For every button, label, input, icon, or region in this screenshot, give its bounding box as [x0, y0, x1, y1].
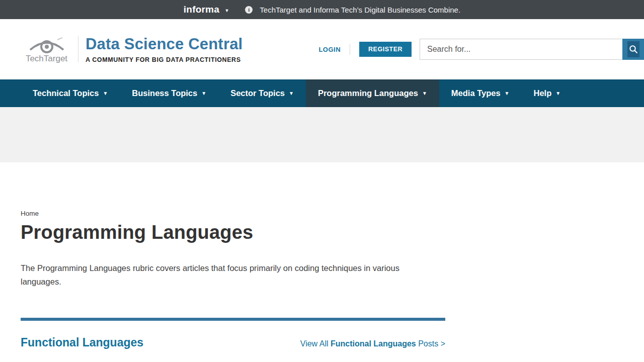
view-all-suffix: Posts >: [416, 339, 445, 348]
nav-label: Programming Languages: [318, 88, 418, 98]
main-nav: Technical Topics ▼ Business Topics ▼ Sec…: [0, 79, 644, 107]
section-header-row: Functional Languages View All Functional…: [21, 336, 445, 349]
section-divider: [21, 318, 445, 321]
header-actions: LOGIN REGISTER: [318, 19, 644, 79]
main-content: Home Programming Languages The Programmi…: [0, 162, 644, 349]
informa-brand[interactable]: informa ▼: [184, 4, 229, 15]
nav-item-help[interactable]: Help ▼: [522, 79, 573, 107]
view-all-link[interactable]: View All Functional Languages Posts >: [300, 339, 445, 348]
search-bar: [420, 39, 644, 60]
nav-label: Technical Topics: [33, 88, 99, 98]
nav-label: Business Topics: [132, 88, 197, 98]
nav-label: Help: [534, 88, 552, 98]
header-divider: [78, 36, 78, 62]
nav-item-programming-languages[interactable]: Programming Languages ▼: [306, 79, 439, 107]
site-title-block[interactable]: Data Science Central A COMMUNITY FOR BIG…: [86, 35, 243, 63]
chevron-down-icon: ▼: [103, 90, 108, 96]
register-button[interactable]: REGISTER: [359, 42, 412, 57]
search-button[interactable]: [622, 39, 644, 60]
nav-item-media-types[interactable]: Media Types ▼: [439, 79, 522, 107]
ad-leaderboard-space: [0, 107, 644, 162]
view-all-topic: Functional Languages: [331, 339, 416, 348]
chevron-down-icon: ▼: [505, 90, 510, 96]
view-all-prefix: View All: [300, 339, 331, 348]
nav-label: Sector Topics: [230, 88, 285, 98]
techtarget-logo[interactable]: TechTarget: [20, 35, 73, 64]
informa-topbar: informa ▼ i TechTarget and Informa Tech’…: [0, 0, 644, 19]
nav-item-business-topics[interactable]: Business Topics ▼: [120, 79, 218, 107]
site-header: TechTarget Data Science Central A COMMUN…: [0, 19, 644, 79]
topbar-message[interactable]: TechTarget and Informa Tech’s Digital Bu…: [260, 6, 460, 14]
chevron-down-icon: ▼: [555, 90, 560, 96]
search-icon: [629, 45, 638, 54]
page-title: Programming Languages: [21, 222, 445, 243]
techtarget-eye-icon: [27, 35, 66, 55]
chevron-down-icon: ▼: [289, 90, 294, 96]
chevron-down-icon: ▼: [224, 8, 229, 13]
chevron-down-icon: ▼: [422, 90, 427, 96]
site-title: Data Science Central: [86, 35, 243, 53]
nav-item-technical-topics[interactable]: Technical Topics ▼: [21, 79, 120, 107]
main-column: Home Programming Languages The Programmi…: [21, 162, 445, 349]
informa-logo: informa: [184, 4, 219, 15]
site-tagline: A COMMUNITY FOR BIG DATA PRACTITIONERS: [86, 56, 243, 63]
nav-label: Media Types: [451, 88, 501, 98]
login-separator: [350, 44, 350, 55]
page-description: The Programming Languages rubric covers …: [21, 261, 428, 289]
nav-item-sector-topics[interactable]: Sector Topics ▼: [218, 79, 306, 107]
search-input[interactable]: [420, 39, 622, 60]
breadcrumb[interactable]: Home: [21, 210, 39, 217]
techtarget-logo-text: TechTarget: [26, 54, 67, 64]
chevron-down-icon: ▼: [201, 90, 206, 96]
section-title: Functional Languages: [21, 336, 143, 349]
login-link[interactable]: LOGIN: [318, 46, 341, 53]
info-icon: i: [245, 6, 253, 14]
